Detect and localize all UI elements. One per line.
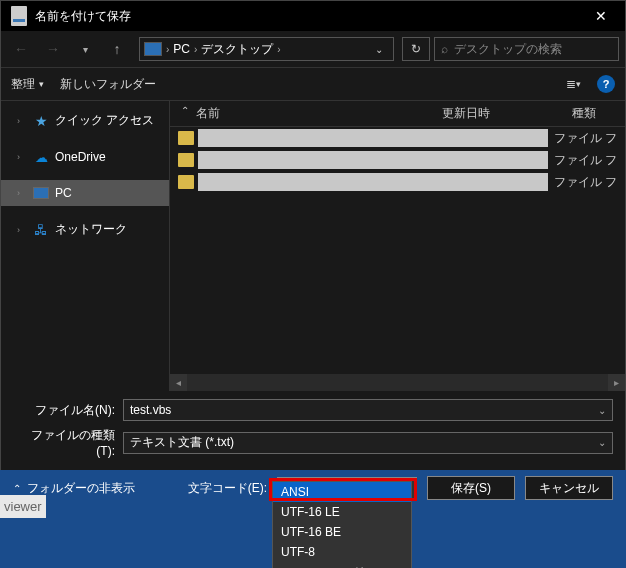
new-folder-button[interactable]: 新しいフォルダー	[60, 76, 156, 93]
chevron-down-icon[interactable]: ⌄	[598, 437, 606, 448]
list-item[interactable]: ファイル フ	[170, 127, 625, 149]
breadcrumb-desktop[interactable]: デスクトップ	[201, 41, 273, 58]
search-placeholder: デスクトップの検索	[454, 41, 562, 58]
sidebar: › ★ クイック アクセス › ☁ OneDrive › PC › 🖧 ネットワ…	[1, 101, 169, 391]
chevron-right-icon: ›	[17, 188, 27, 198]
filename-input[interactable]: test.vbs ⌄	[123, 399, 613, 421]
horizontal-scrollbar[interactable]: ◂ ▸	[170, 374, 625, 391]
list-item[interactable]: ファイル フ	[170, 171, 625, 193]
breadcrumb-separator: ›	[166, 44, 169, 55]
file-list-pane: ⌃ 名前 更新日時 種類 ファイル フ ファイル フ	[169, 101, 625, 391]
encoding-dropdown: ANSI UTF-16 LE UTF-16 BE UTF-8 UTF-8 (BO…	[272, 481, 412, 568]
cancel-button[interactable]: キャンセル	[525, 476, 613, 500]
view-icon: ≣	[566, 77, 574, 91]
network-icon: 🖧	[33, 222, 49, 238]
pc-icon	[33, 187, 49, 199]
type-column-header[interactable]: 種類	[572, 105, 617, 122]
pc-icon	[144, 42, 162, 56]
chevron-right-icon: ›	[17, 116, 27, 126]
breadcrumb-separator: ›	[194, 44, 197, 55]
breadcrumb[interactable]: › PC › デスクトップ › ⌄	[139, 37, 394, 61]
filename-label: ファイル名(N):	[13, 402, 123, 419]
list-item[interactable]: ファイル フ	[170, 149, 625, 171]
redacted-filename	[198, 173, 548, 191]
chevron-right-icon: ›	[17, 152, 27, 162]
dialog-title: 名前を付けて保存	[35, 8, 578, 25]
view-options-button[interactable]: ≣ ▾	[566, 77, 581, 91]
search-icon: ⌕	[441, 42, 448, 56]
sidebar-item-pc[interactable]: › PC	[1, 180, 169, 206]
up-button[interactable]: ↑	[103, 35, 131, 63]
redacted-filename	[198, 129, 548, 147]
close-button[interactable]: ✕	[578, 1, 623, 31]
breadcrumb-pc[interactable]: PC	[173, 42, 190, 56]
expand-column-header[interactable]: ⌃	[178, 105, 192, 122]
organize-menu[interactable]: 整理 ▾	[11, 76, 44, 93]
navigation-bar: ← → ▾ ↑ › PC › デスクトップ › ⌄ ↻ ⌕ デスクトップの検索	[1, 31, 625, 67]
sidebar-item-network[interactable]: › 🖧 ネットワーク	[1, 216, 169, 243]
encoding-option-utf8bom[interactable]: UTF-8 (BOM 付き)	[273, 562, 411, 568]
toolbar: 整理 ▾ 新しいフォルダー ≣ ▾ ?	[1, 67, 625, 101]
forward-button[interactable]: →	[39, 35, 67, 63]
chevron-up-icon: ⌃	[13, 483, 21, 494]
encoding-option-ansi[interactable]: ANSI	[273, 482, 411, 502]
name-column-header[interactable]: 名前	[192, 105, 442, 122]
cloud-icon: ☁	[33, 149, 49, 165]
column-headers: ⌃ 名前 更新日時 種類	[170, 101, 625, 127]
save-as-dialog: 名前を付けて保存 ✕ ← → ▾ ↑ › PC › デスクトップ › ⌄ ↻ ⌕…	[0, 0, 626, 470]
chevron-right-icon: ›	[17, 225, 27, 235]
scroll-left-button[interactable]: ◂	[170, 374, 187, 391]
hide-folders-toggle[interactable]: ⌃ フォルダーの非表示	[13, 480, 135, 497]
folder-icon	[178, 153, 194, 167]
scroll-right-button[interactable]: ▸	[608, 374, 625, 391]
save-button[interactable]: 保存(S)	[427, 476, 515, 500]
redacted-filename	[198, 151, 548, 169]
encoding-label: 文字コード(E):	[188, 480, 267, 497]
sidebar-item-onedrive[interactable]: › ☁ OneDrive	[1, 144, 169, 170]
star-icon: ★	[33, 113, 49, 129]
back-button[interactable]: ←	[7, 35, 35, 63]
date-column-header[interactable]: 更新日時	[442, 105, 572, 122]
help-button[interactable]: ?	[597, 75, 615, 93]
form-area: ファイル名(N): test.vbs ⌄ ファイルの種類(T): テキスト文書 …	[1, 391, 625, 470]
breadcrumb-dropdown[interactable]: ⌄	[369, 44, 389, 55]
search-input[interactable]: ⌕ デスクトップの検索	[434, 37, 619, 61]
encoding-option-utf8[interactable]: UTF-8	[273, 542, 411, 562]
chevron-down-icon: ▾	[39, 79, 44, 89]
breadcrumb-separator: ›	[277, 44, 280, 55]
filetype-label: ファイルの種類(T):	[13, 427, 123, 458]
titlebar: 名前を付けて保存 ✕	[1, 1, 625, 31]
encoding-option-utf16be[interactable]: UTF-16 BE	[273, 522, 411, 542]
folder-icon	[178, 175, 194, 189]
encoding-option-utf16le[interactable]: UTF-16 LE	[273, 502, 411, 522]
recent-locations-button[interactable]: ▾	[71, 35, 99, 63]
filetype-select[interactable]: テキスト文書 (*.txt) ⌄	[123, 432, 613, 454]
sidebar-item-quick-access[interactable]: › ★ クイック アクセス	[1, 107, 169, 134]
refresh-button[interactable]: ↻	[402, 37, 430, 61]
chevron-down-icon[interactable]: ⌄	[598, 405, 606, 416]
notepad-icon	[11, 6, 27, 26]
file-list[interactable]: ファイル フ ファイル フ ファイル フ	[170, 127, 625, 374]
folder-icon	[178, 131, 194, 145]
chevron-down-icon: ▾	[576, 79, 581, 89]
